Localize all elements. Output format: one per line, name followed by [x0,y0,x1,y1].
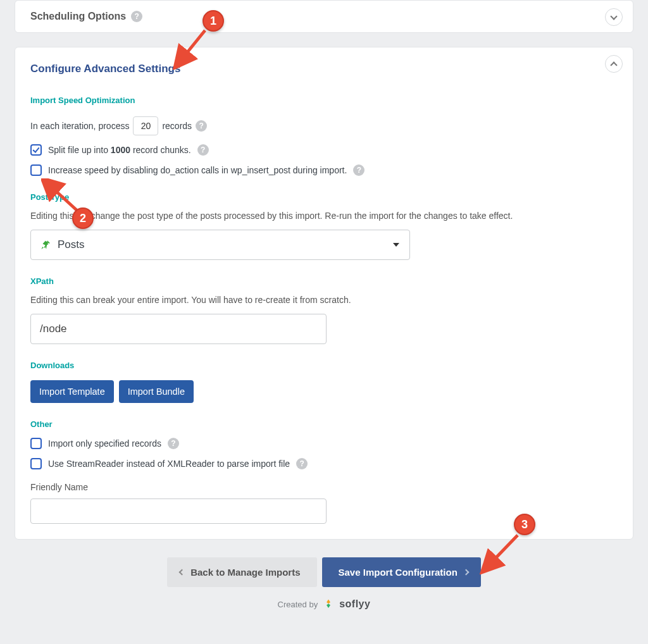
records-per-iteration-input[interactable] [133,116,158,135]
advanced-settings-panel: Configure Advanced Settings Import Speed… [15,47,633,540]
help-icon[interactable]: ? [196,120,207,132]
help-icon[interactable]: ? [296,458,308,469]
help-icon[interactable]: ? [131,11,142,22]
footer-actions: Back to Manage Imports Save Import Confi… [0,557,648,587]
soflyy-logo-icon [323,598,334,610]
disable-doaction-checkbox[interactable] [30,164,42,176]
disable-doaction-label: Increase speed by disabling do_action ca… [48,165,347,175]
help-icon[interactable]: ? [197,144,209,156]
post-type-description: Editing this will change the post type o… [30,211,618,221]
help-icon[interactable]: ? [168,438,179,449]
scheduling-options-panel[interactable]: Scheduling Options ? [15,0,633,33]
import-template-button[interactable]: Import Template [30,380,114,403]
scheduling-options-title: Scheduling Options [30,11,126,22]
friendly-name-label: Friendly Name [30,482,618,492]
brand-name: soflyy [339,598,370,610]
streamreader-label: Use StreamReader instead of XMLReader to… [48,459,290,469]
expand-button[interactable] [605,8,623,26]
annotation-marker-3: 3 [514,514,535,535]
pin-icon [40,239,51,251]
iteration-prefix-text: In each iteration, process [30,121,129,131]
xpath-input[interactable] [30,314,327,344]
section-downloads-label: Downloads [30,361,618,370]
back-to-manage-button[interactable]: Back to Manage Imports [167,557,316,587]
annotation-marker-1: 1 [202,10,224,32]
advanced-settings-title: Configure Advanced Settings [30,63,618,75]
xpath-description: Editing this can break your entire impor… [30,295,618,305]
friendly-name-input[interactable] [30,498,327,524]
split-file-checkbox[interactable] [30,144,42,156]
section-other-label: Other [30,419,618,429]
post-type-select[interactable]: Posts [30,230,410,260]
post-type-selected: Posts [58,238,85,251]
credit-line: Created by soflyy [0,598,648,610]
collapse-button[interactable] [605,55,623,73]
section-import-speed-label: Import Speed Optimization [30,96,618,105]
chevron-right-icon [463,569,469,576]
only-specified-label: Import only specified records [48,438,161,449]
chevron-left-icon [179,569,185,576]
iteration-suffix-text: records [162,121,192,131]
only-specified-checkbox[interactable] [30,438,42,449]
help-icon[interactable]: ? [353,164,364,176]
caret-down-icon [393,243,399,247]
chevron-up-icon [610,61,617,68]
section-post-type-label: Post Type [30,192,618,202]
chevron-down-icon [610,13,617,20]
save-import-configuration-button[interactable]: Save Import Configuration [322,557,481,587]
streamreader-checkbox[interactable] [30,458,42,469]
import-bundle-button[interactable]: Import Bundle [119,380,194,403]
split-file-label: Split file up into 1000 record chunks. [48,145,191,155]
annotation-marker-2: 2 [72,207,94,229]
section-xpath-label: XPath [30,276,618,286]
